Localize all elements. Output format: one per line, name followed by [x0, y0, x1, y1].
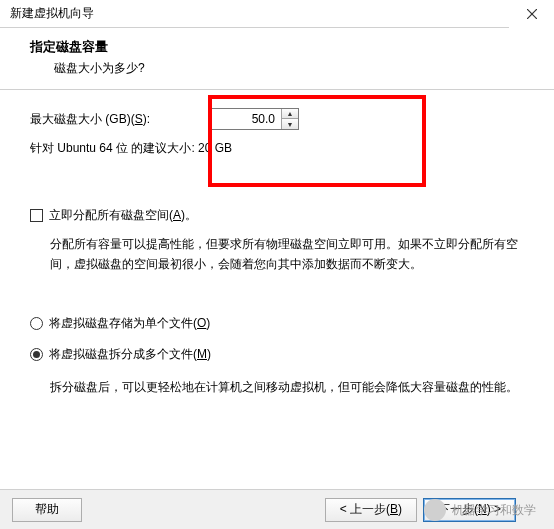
watermark-text: 机器学习和数学	[452, 502, 536, 519]
max-disk-size-label: 最大磁盘大小 (GB)(S):	[30, 111, 210, 128]
split-section: 将虚拟磁盘存储为单个文件(O) 将虚拟磁盘拆分成多个文件(M) 拆分磁盘后，可以…	[30, 315, 524, 397]
store-single-file-radio-row[interactable]: 将虚拟磁盘存储为单个文件(O)	[30, 315, 524, 332]
split-description: 拆分磁盘后，可以更轻松地在计算机之间移动虚拟机，但可能会降低大容量磁盘的性能。	[50, 377, 524, 397]
disk-size-input[interactable]	[211, 109, 281, 129]
close-icon	[527, 9, 537, 19]
watermark-avatar-icon	[424, 499, 446, 521]
back-button[interactable]: < 上一步(B)	[325, 498, 417, 522]
split-multiple-files-radio-row[interactable]: 将虚拟磁盘拆分成多个文件(M)	[30, 346, 524, 363]
allocate-now-label: 立即分配所有磁盘空间(A)。	[49, 207, 197, 224]
page-title: 指定磁盘容量	[30, 38, 534, 56]
content-area: 最大磁盘大小 (GB)(S): ▲ ▼ 针对 Ubuntu 64 位 的建议大小…	[0, 90, 554, 397]
allocate-section: 立即分配所有磁盘空间(A)。 分配所有容量可以提高性能，但要求所有物理磁盘空间立…	[30, 207, 524, 275]
allocate-now-checkbox[interactable]	[30, 209, 43, 222]
disk-size-spinner[interactable]: ▲ ▼	[210, 108, 299, 130]
radio-dot-icon	[33, 351, 40, 358]
allocate-now-checkbox-row[interactable]: 立即分配所有磁盘空间(A)。	[30, 207, 524, 224]
store-single-file-radio[interactable]	[30, 317, 43, 330]
store-single-file-label: 将虚拟磁盘存储为单个文件(O)	[49, 315, 210, 332]
max-disk-size-row: 最大磁盘大小 (GB)(S): ▲ ▼	[30, 108, 524, 130]
split-multiple-files-radio[interactable]	[30, 348, 43, 361]
close-button[interactable]	[509, 0, 554, 28]
wizard-header: 指定磁盘容量 磁盘大小为多少?	[0, 28, 554, 90]
split-multiple-files-label: 将虚拟磁盘拆分成多个文件(M)	[49, 346, 211, 363]
help-button[interactable]: 帮助	[12, 498, 82, 522]
recommended-size-text: 针对 Ubuntu 64 位 的建议大小: 20 GB	[30, 140, 524, 157]
watermark: 机器学习和数学	[424, 499, 536, 521]
page-subtitle: 磁盘大小为多少?	[30, 60, 534, 77]
titlebar: 新建虚拟机向导	[0, 0, 554, 28]
allocate-description: 分配所有容量可以提高性能，但要求所有物理磁盘空间立即可用。如果不立即分配所有空间…	[50, 234, 524, 275]
spinner-down-button[interactable]: ▼	[282, 119, 298, 129]
window-title: 新建虚拟机向导	[10, 5, 509, 22]
spinner-up-button[interactable]: ▲	[282, 109, 298, 119]
